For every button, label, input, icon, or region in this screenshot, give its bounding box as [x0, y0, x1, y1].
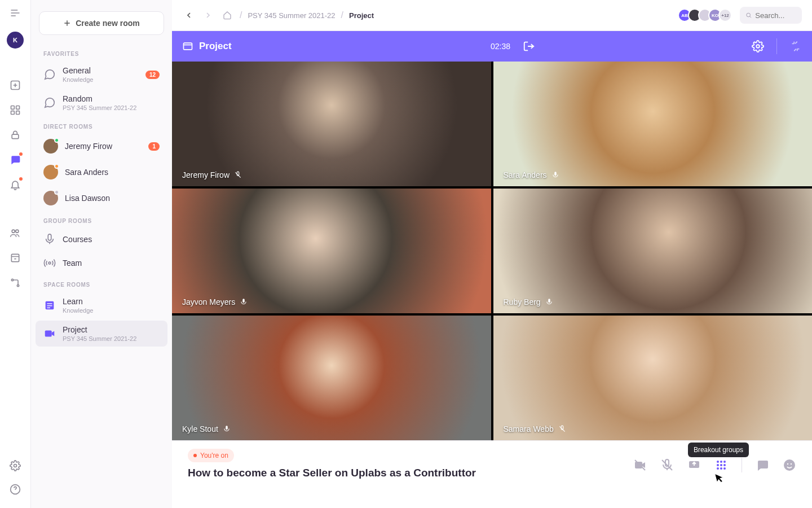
- video-tile[interactable]: Kyle Stout: [172, 316, 491, 440]
- svg-rect-13: [48, 234, 51, 240]
- menu-icon[interactable]: [9, 7, 21, 19]
- camera-toggle-button[interactable]: [633, 458, 647, 472]
- section-heading-favorites: FAVORITES: [31, 44, 172, 60]
- mic-icon: [223, 425, 231, 433]
- breakout-groups-button[interactable]: [714, 458, 728, 472]
- svg-rect-24: [554, 172, 557, 176]
- video-tile[interactable]: Ruby Berg: [493, 189, 813, 313]
- create-room-label: Create new room: [76, 19, 140, 28]
- mic-toggle-button[interactable]: [660, 458, 674, 472]
- section-heading-group: GROUP ROOMS: [31, 211, 172, 227]
- svg-point-37: [723, 464, 726, 466]
- footer: You're on How to become a Star Seller on…: [172, 440, 812, 508]
- participant-more: +12: [718, 8, 732, 22]
- room-favorites-general[interactable]: GeneralKnowledge 12: [36, 62, 167, 87]
- user-avatar: [43, 191, 58, 205]
- broadcast-icon: [43, 257, 56, 269]
- flow-icon[interactable]: [9, 277, 21, 289]
- archive-icon[interactable]: [9, 252, 21, 264]
- svg-rect-18: [47, 308, 50, 308]
- unread-badge: 12: [145, 71, 160, 79]
- room-direct-sara[interactable]: Sara Anders: [36, 160, 167, 184]
- room-favorites-random[interactable]: RandomPSY 345 Summer 2021-22: [36, 90, 167, 116]
- user-avatar[interactable]: K: [7, 32, 24, 49]
- svg-point-7: [16, 230, 19, 233]
- add-icon[interactable]: [9, 79, 21, 91]
- room-space-learn[interactable]: LearnKnowledge: [36, 292, 167, 318]
- chat-panel-button[interactable]: [756, 458, 769, 472]
- room-space-project[interactable]: ProjectPSY 345 Summer 2021-22: [36, 321, 167, 347]
- home-icon[interactable]: [220, 8, 234, 22]
- svg-rect-1: [11, 106, 15, 110]
- svg-point-22: [756, 45, 760, 48]
- recording-status: You're on: [188, 449, 234, 462]
- svg-point-11: [14, 465, 17, 467]
- topbar: / PSY 345 Summer 2021-22 / Project AB KO…: [172, 0, 812, 31]
- svg-rect-26: [548, 299, 550, 303]
- user-avatar: [43, 139, 58, 154]
- video-title: Project: [199, 41, 232, 52]
- main-content: / PSY 345 Summer 2021-22 / Project AB KO…: [172, 0, 812, 508]
- reactions-button[interactable]: [783, 458, 796, 472]
- nav-forward-button[interactable]: [201, 8, 215, 22]
- mic-icon: [43, 233, 56, 246]
- svg-point-36: [720, 464, 722, 466]
- people-icon[interactable]: [9, 227, 21, 239]
- apps-icon[interactable]: [9, 104, 21, 116]
- video-tile[interactable]: Samara Webb: [493, 316, 813, 440]
- svg-point-14: [48, 262, 51, 264]
- svg-rect-16: [47, 303, 52, 304]
- svg-rect-27: [226, 426, 228, 430]
- sidebar: Create new room FAVORITES GeneralKnowled…: [31, 0, 172, 508]
- svg-rect-5: [12, 134, 19, 139]
- svg-point-42: [787, 463, 788, 465]
- svg-rect-21: [184, 43, 192, 50]
- leave-call-button[interactable]: [523, 40, 535, 52]
- document-icon: [43, 299, 56, 312]
- mic-icon: [545, 298, 553, 306]
- window-icon: [182, 41, 193, 52]
- svg-point-33: [720, 461, 722, 463]
- svg-rect-4: [16, 111, 20, 115]
- help-icon[interactable]: [9, 483, 21, 496]
- svg-point-38: [717, 467, 719, 470]
- left-rail: K: [0, 0, 31, 508]
- svg-point-9: [11, 279, 13, 281]
- minimize-button[interactable]: [789, 40, 802, 52]
- breadcrumb-page: Project: [349, 11, 374, 20]
- svg-point-10: [17, 284, 19, 286]
- mic-icon: [551, 171, 559, 179]
- avatar-stack[interactable]: AB KO +12: [678, 8, 732, 22]
- room-direct-lisa[interactable]: Lisa Dawson: [36, 186, 167, 210]
- room-direct-jeremy[interactable]: Jeremy Firow 1: [36, 134, 167, 158]
- call-settings-button[interactable]: [752, 40, 764, 52]
- mic-muted-icon: [558, 425, 566, 433]
- lock-icon[interactable]: [9, 129, 21, 141]
- call-duration: 02:38: [491, 42, 510, 51]
- video-tile[interactable]: Sara Anders: [493, 62, 813, 186]
- chat-icon[interactable]: [9, 154, 21, 166]
- room-group-courses[interactable]: Courses: [36, 229, 167, 250]
- video-grid: Jeremy Firow Sara Anders Jayvon Meyers R…: [172, 62, 812, 440]
- nav-back-button[interactable]: [182, 8, 196, 22]
- chat-bubble-icon: [43, 97, 56, 109]
- section-heading-space: SPACE ROOMS: [31, 275, 172, 291]
- video-tile[interactable]: Jeremy Firow: [172, 62, 491, 186]
- share-screen-button[interactable]: [687, 458, 701, 472]
- room-group-team[interactable]: Team: [36, 252, 167, 274]
- video-tile[interactable]: Jayvon Meyers: [172, 189, 491, 313]
- svg-point-32: [717, 461, 719, 463]
- create-room-button[interactable]: Create new room: [39, 11, 164, 35]
- svg-rect-3: [11, 111, 15, 115]
- breadcrumb-course[interactable]: PSY 345 Summer 2021-22: [248, 11, 335, 20]
- bell-icon[interactable]: [9, 178, 21, 191]
- search-icon: [745, 11, 752, 19]
- search-input-wrapper[interactable]: [740, 7, 802, 24]
- user-avatar: [43, 165, 58, 179]
- search-input[interactable]: [755, 11, 796, 20]
- svg-rect-2: [16, 106, 20, 110]
- settings-icon[interactable]: [9, 459, 21, 472]
- mic-icon: [240, 298, 248, 306]
- svg-point-35: [717, 464, 719, 466]
- svg-rect-29: [635, 462, 642, 468]
